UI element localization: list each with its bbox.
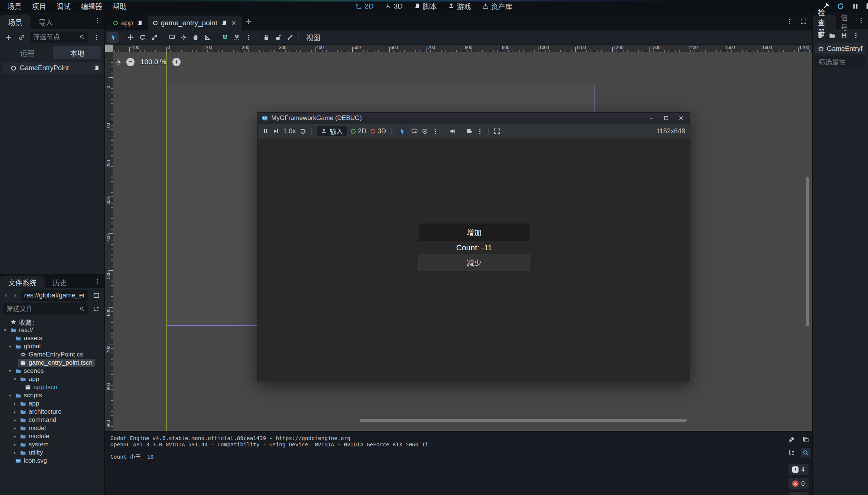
- tab-filesystem[interactable]: 文件系统: [0, 276, 45, 288]
- select-options-icon[interactable]: [432, 128, 438, 134]
- lock-selected-button[interactable]: [260, 32, 272, 43]
- scene-tab-game-entry-point[interactable]: game_entry_point: [148, 16, 242, 30]
- fs-item-utility[interactable]: ▸utility: [0, 449, 104, 457]
- increase-button[interactable]: 增加: [418, 223, 530, 241]
- scale-tool-button[interactable]: [149, 32, 160, 43]
- fs-item-scripts[interactable]: ▾scripts: [0, 391, 104, 400]
- workspace-game[interactable]: 游戏: [448, 1, 471, 11]
- workspace-assetlib[interactable]: 资产库: [482, 1, 512, 11]
- save-resource-icon[interactable]: [841, 32, 847, 39]
- nav-forward-icon[interactable]: ›: [12, 290, 18, 300]
- new-scene-tab-button[interactable]: [245, 18, 252, 25]
- clear-output-icon[interactable]: [787, 434, 796, 444]
- tab-inspector[interactable]: 检查器: [813, 15, 836, 29]
- unlock-selected-button[interactable]: [272, 32, 284, 43]
- search-output-icon[interactable]: [801, 448, 810, 457]
- suspend-icon[interactable]: [262, 128, 269, 134]
- nav-back-icon[interactable]: ‹: [3, 290, 9, 300]
- center-view-icon[interactable]: [116, 59, 122, 65]
- fs-item-assets[interactable]: assets: [0, 334, 104, 342]
- tree-expand-icon[interactable]: ▸: [12, 450, 18, 455]
- zoom-level[interactable]: 100.0 %: [140, 58, 166, 66]
- workspace-3d[interactable]: 3D: [385, 2, 402, 10]
- remote-button[interactable]: 远程: [3, 46, 52, 59]
- close-icon[interactable]: [678, 115, 684, 121]
- hot-reload-icon[interactable]: [837, 3, 844, 10]
- path-input[interactable]: [24, 292, 85, 299]
- vertical-scrollbar[interactable]: [806, 177, 809, 326]
- menu-editor[interactable]: 编辑器: [76, 0, 107, 12]
- fs-item-res-[interactable]: ▾res://: [0, 326, 104, 334]
- tree-collapse-icon[interactable]: ▾: [7, 344, 13, 349]
- filesystem-menu-icon[interactable]: [91, 278, 104, 284]
- rotate-tool-button[interactable]: [137, 32, 148, 43]
- camera-override-icon[interactable]: [466, 128, 473, 134]
- local-button[interactable]: 本地: [53, 46, 102, 59]
- dock-menu-icon[interactable]: [91, 17, 104, 24]
- select-mode-icon[interactable]: [397, 126, 407, 136]
- tree-collapse-icon[interactable]: ▾: [7, 393, 13, 398]
- ruler-vertical[interactable]: 0100200300400500600700800900: [105, 52, 113, 431]
- scene-tree-menu-icon[interactable]: [91, 32, 101, 42]
- minimize-icon[interactable]: [649, 115, 654, 121]
- tree-collapse-icon[interactable]: ▾: [7, 368, 13, 374]
- debug-2d-button[interactable]: 2D: [351, 127, 366, 135]
- zoom-in-button[interactable]: +: [172, 58, 181, 66]
- tree-expand-icon[interactable]: ▸: [12, 434, 18, 439]
- tab-import[interactable]: 导入: [30, 15, 61, 29]
- ruler-tool-button[interactable]: [202, 32, 213, 43]
- decrease-button[interactable]: 减少: [418, 254, 530, 271]
- fs-item--[interactable]: 收藏：: [0, 318, 104, 326]
- zoom-out-button[interactable]: −: [126, 58, 135, 66]
- tab-history[interactable]: 历史: [45, 276, 75, 288]
- tree-collapse-icon[interactable]: ▾: [12, 377, 18, 382]
- messages-badge[interactable]: ! 4: [788, 464, 809, 475]
- game-window-titlebar[interactable]: MyGFrameworkGame (DEBUG): [258, 113, 690, 124]
- next-frame-icon[interactable]: [273, 128, 279, 134]
- instance-scene-button[interactable]: [16, 32, 27, 42]
- list-select-tool-button[interactable]: [166, 32, 177, 43]
- tree-expand-icon[interactable]: ▸: [12, 442, 18, 447]
- tree-expand-icon[interactable]: ▸: [12, 417, 18, 423]
- tab-signals[interactable]: 信号: [836, 15, 854, 29]
- fs-item-game-entry-point.tscn[interactable]: game_entry_point.tscn: [0, 359, 104, 367]
- menu-debug[interactable]: 调试: [51, 0, 76, 12]
- debug-3d-button[interactable]: 3D: [370, 127, 386, 135]
- clipped-icon[interactable]: [867, 3, 868, 9]
- tab-scene[interactable]: 场景: [0, 15, 30, 29]
- fs-item-command[interactable]: ▸command: [0, 416, 104, 424]
- fs-item-global[interactable]: ▾global: [0, 342, 104, 351]
- menu-help[interactable]: 帮助: [107, 0, 132, 12]
- attached-script-icon[interactable]: [93, 65, 100, 71]
- resource-options-icon[interactable]: [853, 32, 859, 39]
- fs-item-architecture[interactable]: ▸architecture: [0, 408, 104, 416]
- horizontal-scrollbar[interactable]: [360, 419, 687, 422]
- expand-viewport-icon[interactable]: [800, 18, 807, 25]
- pivot-tool-button[interactable]: [178, 32, 189, 43]
- speed-label[interactable]: 1.0x: [283, 127, 296, 135]
- collapse-output-icon[interactable]: [787, 448, 796, 457]
- node-picker-icon[interactable]: [422, 128, 428, 134]
- input-mode-button[interactable]: 输入: [317, 126, 347, 136]
- camera-options-icon[interactable]: [477, 128, 483, 134]
- workspace-script[interactable]: 脚本: [414, 1, 437, 11]
- sort-files-icon[interactable]: [91, 304, 101, 314]
- close-tab-icon[interactable]: [231, 20, 236, 26]
- workspace-2d[interactable]: 2D: [356, 2, 373, 10]
- menu-project[interactable]: 项目: [27, 0, 51, 12]
- smart-snap-toggle-button[interactable]: [219, 32, 230, 43]
- list-select-icon[interactable]: [411, 128, 418, 134]
- property-filter[interactable]: 筛选属性: [815, 56, 865, 67]
- fs-item-app[interactable]: ▸app: [0, 400, 104, 408]
- tree-expand-icon[interactable]: ▸: [12, 409, 18, 414]
- audio-mute-icon[interactable]: [449, 128, 456, 134]
- viewport-canvas[interactable]: − 100.0 % + MyGFrameworkGame (DEBUG): [113, 52, 812, 431]
- scene-node-gameentrypoint[interactable]: GameEntryPoint: [2, 62, 103, 74]
- inspector-dock-menu-icon[interactable]: [854, 17, 868, 24]
- reset-speed-icon[interactable]: [300, 128, 306, 134]
- fs-item-icon.svg[interactable]: icon.svg: [0, 457, 104, 465]
- embed-fullscreen-icon[interactable]: [494, 128, 500, 134]
- inspected-object[interactable]: GameEntryPoint.: [815, 43, 865, 54]
- tree-expand-icon[interactable]: ▸: [12, 401, 18, 406]
- file-filter-input[interactable]: [6, 305, 77, 313]
